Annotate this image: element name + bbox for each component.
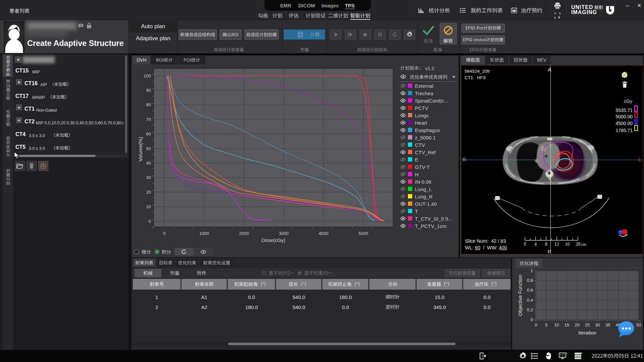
svg-text:0: 0 xyxy=(163,231,165,236)
svg-text:40: 40 xyxy=(146,161,151,166)
svg-text:30: 30 xyxy=(146,175,151,180)
svg-text:10: 10 xyxy=(554,322,559,327)
svg-text:5000: 5000 xyxy=(359,231,368,236)
svg-text:0: 0 xyxy=(535,322,537,327)
svg-text:4000: 4000 xyxy=(319,231,328,236)
svg-text:0.8: 0.8 xyxy=(527,278,533,283)
svg-text:12: 12 xyxy=(554,242,559,247)
svg-text:20: 20 xyxy=(576,242,580,247)
svg-text:30: 30 xyxy=(595,322,600,327)
svg-text:60: 60 xyxy=(146,131,151,136)
svg-text:10: 10 xyxy=(146,204,151,209)
svg-text:Dose(cGy): Dose(cGy) xyxy=(261,237,285,243)
svg-text:70: 70 xyxy=(146,117,151,122)
svg-text:90: 90 xyxy=(146,88,151,93)
svg-text:cm: cm xyxy=(581,242,586,247)
svg-text:50: 50 xyxy=(146,146,151,151)
svg-text:1: 1 xyxy=(531,268,533,273)
svg-text:0.6: 0.6 xyxy=(527,288,533,293)
svg-text:50: 50 xyxy=(636,322,641,327)
svg-text:5: 5 xyxy=(545,322,547,327)
svg-text:16: 16 xyxy=(565,242,570,247)
svg-text:20: 20 xyxy=(575,322,579,327)
svg-text:0: 0 xyxy=(149,219,151,224)
svg-text:Iteration: Iteration xyxy=(578,330,596,336)
svg-text:35: 35 xyxy=(605,322,610,327)
svg-text:20: 20 xyxy=(146,190,151,195)
svg-text:3000: 3000 xyxy=(279,231,288,236)
svg-text:0: 0 xyxy=(531,317,533,322)
svg-text:Volume(%): Volume(%) xyxy=(138,137,143,161)
svg-text:25: 25 xyxy=(585,322,590,327)
svg-text:0: 0 xyxy=(524,242,526,247)
svg-text:4: 4 xyxy=(534,242,537,247)
svg-text:1000: 1000 xyxy=(199,231,209,236)
svg-text:80: 80 xyxy=(146,102,151,107)
svg-text:Objective Function: Objective Function xyxy=(517,275,523,316)
svg-text:100: 100 xyxy=(144,73,151,78)
svg-text:0.2: 0.2 xyxy=(527,307,533,312)
svg-text:2000: 2000 xyxy=(239,231,249,236)
svg-text:8: 8 xyxy=(545,242,547,247)
svg-text:15: 15 xyxy=(565,322,569,327)
svg-text:0.4: 0.4 xyxy=(527,298,533,303)
